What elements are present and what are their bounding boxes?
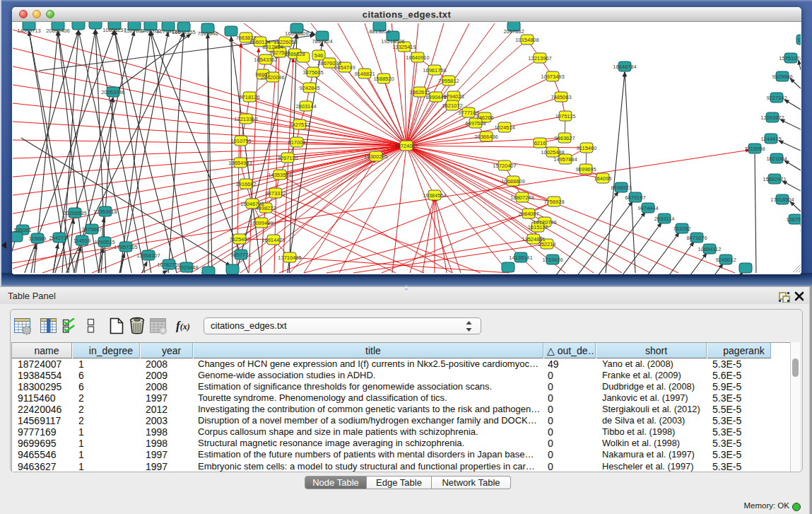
svg-text:24420046: 24420046	[261, 74, 284, 81]
svg-text:14957884: 14957884	[553, 156, 577, 163]
svg-text:8454749: 8454749	[334, 64, 355, 71]
svg-text:7485063: 7485063	[551, 94, 571, 100]
svg-text:8186328: 8186328	[284, 51, 305, 57]
svg-text:8873312: 8873312	[265, 190, 286, 197]
svg-text:2087682: 2087682	[503, 28, 524, 35]
svg-text:1588520: 1588520	[373, 76, 394, 82]
svg-text:763262: 763262	[673, 226, 690, 232]
svg-text:126753: 126753	[786, 216, 801, 223]
svg-text:15226058: 15226058	[273, 39, 297, 45]
svg-text:164095: 164095	[594, 175, 611, 182]
svg-text:10688609: 10688609	[501, 178, 524, 185]
svg-text:9146821: 9146821	[354, 71, 375, 77]
svg-text:7955812: 7955812	[438, 78, 459, 84]
svg-text:13325419: 13325419	[392, 44, 416, 50]
svg-text:2803144: 2803144	[295, 103, 316, 110]
svg-text:1615112: 1615112	[528, 224, 548, 230]
svg-text:18807249: 18807249	[510, 194, 534, 201]
svg-text:14055713: 14055713	[17, 28, 40, 34]
svg-text:13958107: 13958107	[136, 252, 160, 259]
svg-text:9227342: 9227342	[766, 95, 787, 101]
svg-text:2984067: 2984067	[518, 211, 539, 217]
svg-text:20053346: 20053346	[101, 89, 124, 95]
svg-text:9463627: 9463627	[554, 135, 575, 141]
svg-text:13710485: 13710485	[278, 255, 301, 261]
svg-text:8938923: 8938923	[611, 185, 631, 191]
svg-text:1244415: 1244415	[760, 136, 781, 142]
svg-text:3975867: 3975867	[81, 226, 102, 233]
svg-text:817004: 817004	[288, 139, 305, 146]
svg-text:1290515: 1290515	[94, 239, 114, 245]
svg-text:8427512: 8427512	[289, 122, 310, 128]
svg-text:7625402: 7625402	[229, 236, 249, 243]
svg-text:10654112: 10654112	[698, 246, 722, 252]
svg-text:12213967: 12213967	[528, 55, 551, 62]
svg-text:9115460: 9115460	[577, 145, 597, 151]
svg-text:17353918: 17353918	[93, 209, 117, 215]
svg-text:15720407: 15720407	[493, 163, 516, 169]
svg-text:7756928: 7756928	[543, 199, 564, 205]
svg-text:18724007: 18724007	[394, 143, 418, 149]
svg-text:17016504: 17016504	[770, 197, 794, 203]
svg-text:15692971: 15692971	[763, 176, 786, 182]
svg-text:12923448: 12923448	[175, 264, 198, 271]
svg-text:6216: 6216	[534, 140, 546, 146]
svg-text:1621072: 1621072	[442, 103, 462, 109]
svg-text:12213363: 12213363	[234, 116, 257, 122]
svg-text:3267110: 3267110	[278, 155, 298, 161]
svg-text:10973493: 10973493	[541, 74, 564, 80]
svg-text:9245012: 9245012	[715, 257, 736, 263]
svg-text:18300295: 18300295	[364, 153, 387, 160]
svg-text:114519: 114519	[73, 238, 90, 244]
svg-text:9474444: 9474444	[637, 205, 658, 211]
svg-text:1010755: 1010755	[230, 138, 251, 144]
svg-text:9329966: 9329966	[772, 74, 792, 80]
svg-text:1112: 1112	[797, 37, 801, 43]
svg-text:1975115: 1975115	[555, 113, 576, 119]
svg-text:20206535: 20206535	[63, 210, 86, 216]
svg-text:17957205: 17957205	[114, 244, 137, 250]
svg-text:19654983: 19654983	[228, 160, 252, 166]
svg-text:16914479: 16914479	[261, 237, 285, 243]
svg-text:16671355: 16671355	[172, 29, 195, 35]
svg-text:6479197: 6479197	[625, 194, 645, 201]
svg-text:1916682: 1916682	[235, 181, 256, 187]
svg-text:115689: 115689	[29, 235, 46, 242]
svg-text:9242845: 9242845	[299, 85, 319, 91]
svg-text:535061: 535061	[13, 227, 31, 233]
svg-text:18640910: 18640910	[406, 54, 429, 61]
svg-text:16543362: 16543362	[254, 57, 277, 63]
svg-text:10025488: 10025488	[541, 149, 564, 156]
svg-text:3875605: 3875605	[302, 69, 323, 76]
svg-text:16099489: 16099489	[249, 220, 273, 226]
svg-text:7515546: 7515546	[197, 30, 218, 37]
svg-text:12093872: 12093872	[760, 115, 784, 121]
svg-text:16648784: 16648784	[613, 64, 636, 70]
svg-text:19384554: 19384554	[423, 192, 446, 199]
svg-text:9699695: 9699695	[575, 166, 596, 173]
svg-text:20691406: 20691406	[46, 28, 69, 34]
svg-text:6794028: 6794028	[443, 93, 464, 100]
svg-text:9857771: 9857771	[230, 252, 251, 258]
svg-text:14353594: 14353594	[268, 172, 291, 178]
svg-text:8813054: 8813054	[369, 28, 389, 35]
svg-text:1024514: 1024514	[494, 124, 514, 131]
svg-text:546: 546	[314, 52, 324, 59]
svg-text:2942737: 2942737	[49, 235, 69, 241]
svg-text:2718126: 2718126	[239, 94, 259, 100]
svg-text:7857224: 7857224	[312, 38, 332, 45]
svg-text:20366436: 20366436	[474, 134, 498, 140]
svg-text:16033809: 16033809	[285, 30, 308, 37]
svg-text:14136141: 14136141	[509, 255, 532, 261]
svg-text:15751074: 15751074	[779, 55, 801, 62]
svg-text:16961758: 16961758	[423, 67, 446, 74]
svg-text:252214: 252214	[538, 241, 555, 247]
svg-text:8471676: 8471676	[686, 235, 707, 241]
svg-text:4498222: 4498222	[255, 205, 276, 211]
svg-text:10653257: 10653257	[102, 27, 126, 33]
svg-text:6497508: 6497508	[465, 120, 486, 127]
svg-text:3215958: 3215958	[744, 146, 765, 152]
svg-text:1733426: 1733426	[542, 257, 563, 263]
svg-text:1621064: 1621064	[766, 156, 787, 162]
svg-text:2933114: 2933114	[654, 216, 675, 222]
